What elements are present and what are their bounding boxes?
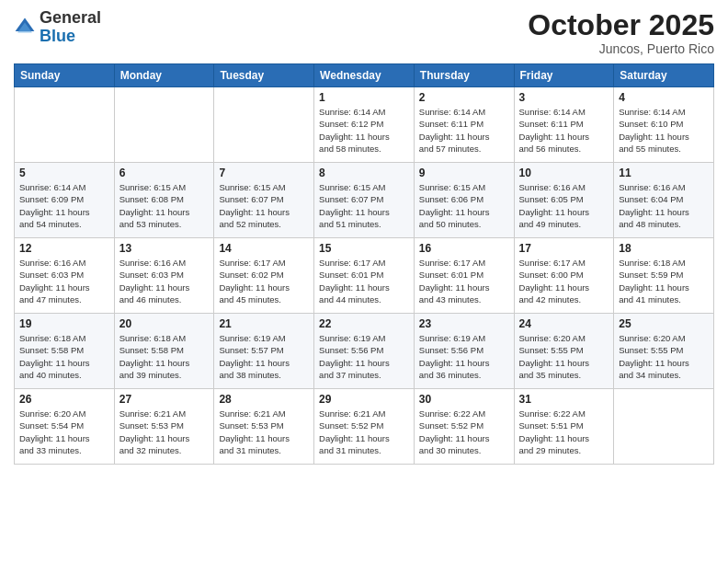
- day-info: Sunrise: 6:22 AM Sunset: 5:52 PM Dayligh…: [419, 408, 509, 456]
- day-cell: 9Sunrise: 6:15 AM Sunset: 6:06 PM Daylig…: [414, 163, 514, 238]
- logo: General Blue: [14, 9, 101, 46]
- day-number: 12: [19, 242, 109, 255]
- day-number: 16: [419, 242, 509, 255]
- day-info: Sunrise: 6:22 AM Sunset: 5:51 PM Dayligh…: [519, 408, 609, 456]
- day-cell: 18Sunrise: 6:18 AM Sunset: 5:59 PM Dayli…: [614, 238, 714, 314]
- col-monday: Monday: [114, 64, 214, 87]
- week-row-2: 5Sunrise: 6:14 AM Sunset: 6:09 PM Daylig…: [15, 163, 714, 238]
- day-number: 1: [319, 91, 409, 104]
- day-cell: 12Sunrise: 6:16 AM Sunset: 6:03 PM Dayli…: [15, 238, 115, 314]
- day-number: 9: [419, 167, 509, 179]
- day-info: Sunrise: 6:19 AM Sunset: 5:57 PM Dayligh…: [219, 332, 309, 381]
- day-cell: [114, 87, 214, 163]
- day-cell: 11Sunrise: 6:16 AM Sunset: 6:04 PM Dayli…: [614, 163, 714, 238]
- day-info: Sunrise: 6:14 AM Sunset: 6:09 PM Dayligh…: [19, 181, 109, 230]
- day-info: Sunrise: 6:15 AM Sunset: 6:06 PM Dayligh…: [419, 181, 509, 230]
- day-cell: 21Sunrise: 6:19 AM Sunset: 5:57 PM Dayli…: [214, 314, 314, 389]
- day-number: 17: [519, 242, 609, 255]
- day-number: 5: [19, 167, 109, 179]
- day-number: 31: [519, 393, 609, 406]
- logo-text: General Blue: [40, 9, 101, 46]
- day-number: 19: [19, 317, 109, 330]
- day-cell: 19Sunrise: 6:18 AM Sunset: 5:58 PM Dayli…: [15, 314, 115, 389]
- day-cell: 27Sunrise: 6:21 AM Sunset: 5:53 PM Dayli…: [114, 389, 214, 465]
- day-info: Sunrise: 6:16 AM Sunset: 6:03 PM Dayligh…: [119, 257, 210, 305]
- day-cell: 26Sunrise: 6:20 AM Sunset: 5:54 PM Dayli…: [15, 389, 115, 465]
- day-info: Sunrise: 6:16 AM Sunset: 6:03 PM Dayligh…: [19, 257, 109, 305]
- day-number: 24: [519, 317, 609, 330]
- day-number: 30: [419, 393, 509, 406]
- day-number: 13: [119, 242, 210, 255]
- day-cell: 20Sunrise: 6:18 AM Sunset: 5:58 PM Dayli…: [114, 314, 214, 389]
- day-cell: 13Sunrise: 6:16 AM Sunset: 6:03 PM Dayli…: [114, 238, 214, 314]
- day-info: Sunrise: 6:14 AM Sunset: 6:11 PM Dayligh…: [519, 106, 609, 155]
- day-info: Sunrise: 6:20 AM Sunset: 5:54 PM Dayligh…: [19, 408, 109, 456]
- day-info: Sunrise: 6:18 AM Sunset: 5:59 PM Dayligh…: [619, 257, 709, 305]
- day-number: 26: [19, 393, 109, 406]
- day-info: Sunrise: 6:16 AM Sunset: 6:04 PM Dayligh…: [619, 181, 709, 230]
- week-row-1: 1Sunrise: 6:14 AM Sunset: 6:12 PM Daylig…: [15, 87, 714, 163]
- week-row-3: 12Sunrise: 6:16 AM Sunset: 6:03 PM Dayli…: [15, 238, 714, 314]
- day-info: Sunrise: 6:15 AM Sunset: 6:07 PM Dayligh…: [319, 181, 409, 230]
- day-cell: [15, 87, 115, 163]
- col-tuesday: Tuesday: [214, 64, 314, 87]
- col-sunday: Sunday: [15, 64, 115, 87]
- day-info: Sunrise: 6:17 AM Sunset: 6:02 PM Dayligh…: [219, 257, 309, 305]
- header-row: Sunday Monday Tuesday Wednesday Thursday…: [15, 64, 714, 87]
- day-info: Sunrise: 6:20 AM Sunset: 5:55 PM Dayligh…: [619, 332, 709, 381]
- calendar: Sunday Monday Tuesday Wednesday Thursday…: [14, 63, 714, 465]
- day-number: 14: [219, 242, 309, 255]
- day-cell: 17Sunrise: 6:17 AM Sunset: 6:00 PM Dayli…: [514, 238, 614, 314]
- day-number: 18: [619, 242, 709, 255]
- day-info: Sunrise: 6:19 AM Sunset: 5:56 PM Dayligh…: [319, 332, 409, 381]
- day-info: Sunrise: 6:17 AM Sunset: 6:01 PM Dayligh…: [319, 257, 409, 305]
- day-info: Sunrise: 6:17 AM Sunset: 6:01 PM Dayligh…: [419, 257, 509, 305]
- day-number: 11: [619, 167, 709, 179]
- day-info: Sunrise: 6:21 AM Sunset: 5:52 PM Dayligh…: [319, 408, 409, 456]
- header: General Blue October 2025 Juncos, Puerto…: [14, 9, 714, 56]
- col-wednesday: Wednesday: [314, 64, 415, 87]
- col-saturday: Saturday: [614, 64, 714, 87]
- day-info: Sunrise: 6:20 AM Sunset: 5:55 PM Dayligh…: [519, 332, 609, 381]
- day-info: Sunrise: 6:14 AM Sunset: 6:12 PM Dayligh…: [319, 106, 409, 155]
- day-number: 4: [619, 91, 709, 104]
- day-cell: 16Sunrise: 6:17 AM Sunset: 6:01 PM Dayli…: [414, 238, 514, 314]
- day-number: 25: [619, 317, 709, 330]
- day-cell: 2Sunrise: 6:14 AM Sunset: 6:11 PM Daylig…: [414, 87, 514, 163]
- day-cell: 5Sunrise: 6:14 AM Sunset: 6:09 PM Daylig…: [15, 163, 115, 238]
- day-number: 29: [319, 393, 409, 406]
- day-cell: 3Sunrise: 6:14 AM Sunset: 6:11 PM Daylig…: [514, 87, 614, 163]
- day-info: Sunrise: 6:15 AM Sunset: 6:08 PM Dayligh…: [119, 181, 210, 230]
- day-number: 7: [219, 167, 309, 179]
- day-info: Sunrise: 6:21 AM Sunset: 5:53 PM Dayligh…: [219, 408, 309, 456]
- logo-icon: [14, 17, 36, 39]
- day-info: Sunrise: 6:14 AM Sunset: 6:11 PM Dayligh…: [419, 106, 509, 155]
- day-number: 15: [319, 242, 409, 255]
- location: Juncos, Puerto Rico: [528, 41, 714, 56]
- day-cell: 31Sunrise: 6:22 AM Sunset: 5:51 PM Dayli…: [514, 389, 614, 465]
- week-row-5: 26Sunrise: 6:20 AM Sunset: 5:54 PM Dayli…: [15, 389, 714, 465]
- day-cell: 10Sunrise: 6:16 AM Sunset: 6:05 PM Dayli…: [514, 163, 614, 238]
- day-cell: 15Sunrise: 6:17 AM Sunset: 6:01 PM Dayli…: [314, 238, 415, 314]
- month-title: October 2025: [528, 9, 714, 41]
- day-cell: [614, 389, 714, 465]
- day-cell: 7Sunrise: 6:15 AM Sunset: 6:07 PM Daylig…: [214, 163, 314, 238]
- day-number: 8: [319, 167, 409, 179]
- day-cell: [214, 87, 314, 163]
- day-number: 28: [219, 393, 309, 406]
- day-info: Sunrise: 6:17 AM Sunset: 6:00 PM Dayligh…: [519, 257, 609, 305]
- day-cell: 29Sunrise: 6:21 AM Sunset: 5:52 PM Dayli…: [314, 389, 415, 465]
- day-cell: 4Sunrise: 6:14 AM Sunset: 6:10 PM Daylig…: [614, 87, 714, 163]
- day-number: 10: [519, 167, 609, 179]
- col-thursday: Thursday: [414, 64, 514, 87]
- day-cell: 6Sunrise: 6:15 AM Sunset: 6:08 PM Daylig…: [114, 163, 214, 238]
- day-cell: 30Sunrise: 6:22 AM Sunset: 5:52 PM Dayli…: [414, 389, 514, 465]
- day-cell: 1Sunrise: 6:14 AM Sunset: 6:12 PM Daylig…: [314, 87, 415, 163]
- day-info: Sunrise: 6:15 AM Sunset: 6:07 PM Dayligh…: [219, 181, 309, 230]
- day-number: 6: [119, 167, 210, 179]
- logo-general: General: [40, 8, 101, 27]
- day-info: Sunrise: 6:19 AM Sunset: 5:56 PM Dayligh…: [419, 332, 509, 381]
- day-number: 27: [119, 393, 210, 406]
- day-info: Sunrise: 6:14 AM Sunset: 6:10 PM Dayligh…: [619, 106, 709, 155]
- logo-blue: Blue: [40, 27, 75, 45]
